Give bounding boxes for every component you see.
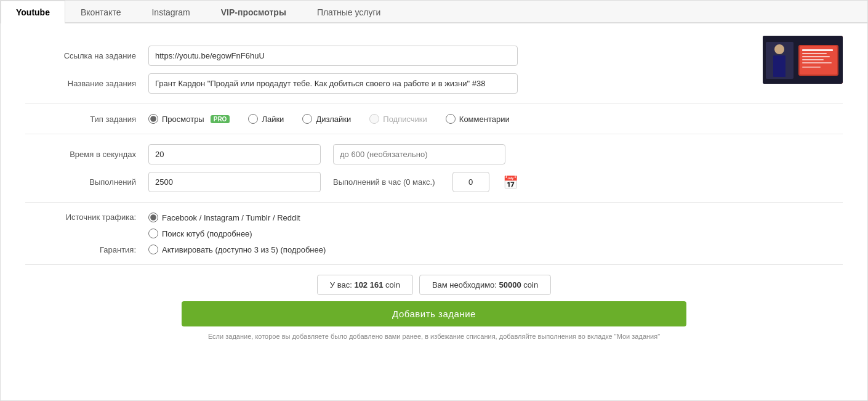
- main-container: Youtube Вконтакте Instagram VIP-просмотр…: [0, 0, 868, 401]
- radio-search-label: Поиск ютуб (подробнее): [162, 229, 252, 238]
- guarantee-row: Гарантия: Активировать (доступно 3 из 5)…: [25, 245, 843, 254]
- svg-rect-6: [802, 49, 833, 51]
- tab-youtube[interactable]: Youtube: [1, 1, 65, 23]
- needed-value: 50000: [499, 280, 521, 290]
- traffic-guarantee-section: Источник трафика: Facebook / Instagram /…: [25, 203, 843, 265]
- radio-dislikes-input[interactable]: [302, 114, 312, 124]
- traffic-row: Источник трафика: Facebook / Instagram /…: [25, 213, 843, 238]
- radio-subscribers-label: Подписчики: [383, 115, 427, 124]
- radio-social[interactable]: Facebook / Instagram / Tumblr / Reddit: [148, 213, 300, 222]
- executions-per-hour-label: Выполнений в час (0 макс.): [333, 177, 435, 187]
- task-type-options: Просмотры PRO Лайки Дизлайки Подписчики: [148, 114, 510, 124]
- radio-subscribers-input: [369, 114, 379, 124]
- radio-guarantee-label: Активировать (доступно 3 из 5) (подробне…: [162, 245, 326, 254]
- tabs-bar: Youtube Вконтакте Instagram VIP-просмотр…: [1, 1, 867, 23]
- bottom-section: У вас: 102 161 coin Вам необходимо: 5000…: [25, 265, 843, 345]
- svg-point-2: [774, 44, 784, 54]
- svg-rect-8: [802, 56, 830, 57]
- calendar-icon[interactable]: 📅: [502, 173, 520, 192]
- task-type-section: Тип задания Просмотры PRO Лайки Дизлайки: [25, 104, 843, 134]
- link-row: Ссылка на задание: [25, 46, 843, 66]
- radio-guarantee[interactable]: Активировать (доступно 3 из 5) (подробне…: [148, 245, 326, 254]
- radio-search-input[interactable]: [148, 229, 158, 238]
- time-input-min[interactable]: [148, 144, 321, 164]
- tab-vkontakte[interactable]: Вконтакте: [65, 1, 137, 23]
- pro-badge: PRO: [211, 115, 230, 123]
- radio-dislikes-label: Дизлайки: [316, 115, 351, 124]
- name-input[interactable]: [148, 73, 518, 94]
- task-type-label: Тип задания: [25, 115, 148, 124]
- svg-rect-9: [802, 59, 824, 60]
- radio-guarantee-input[interactable]: [148, 245, 158, 254]
- radio-comments-label: Комментарии: [459, 115, 510, 124]
- tab-instagram[interactable]: Instagram: [136, 1, 205, 23]
- executions-per-hour-input[interactable]: [452, 172, 489, 192]
- svg-rect-3: [773, 55, 786, 77]
- traffic-label: Источник трафика:: [25, 213, 148, 222]
- radio-search[interactable]: Поиск ютуб (подробнее): [148, 229, 300, 238]
- link-input[interactable]: [148, 46, 518, 66]
- radio-views-input[interactable]: [148, 114, 158, 124]
- time-inputs: [148, 144, 505, 164]
- time-label: Время в секундах: [25, 150, 148, 159]
- radio-dislikes[interactable]: Дизлайки: [302, 114, 351, 124]
- balance-label: У вас:: [330, 280, 352, 290]
- tab-paid[interactable]: Платные услуги: [302, 1, 396, 23]
- balance-value: 102 161: [354, 280, 383, 290]
- coin-row: У вас: 102 161 coin Вам необходимо: 5000…: [317, 275, 551, 295]
- svg-rect-10: [802, 62, 832, 63]
- executions-label: Выполнений: [25, 177, 148, 187]
- needed-unit: coin: [523, 280, 538, 290]
- content-area: Ссылка на задание Название задания Тип з…: [1, 23, 867, 357]
- name-row: Название задания: [25, 73, 843, 94]
- time-input-max[interactable]: [333, 144, 505, 164]
- balance-unit: coin: [385, 280, 400, 290]
- executions-input[interactable]: [148, 172, 321, 192]
- radio-likes-label: Лайки: [262, 115, 284, 124]
- guarantee-label: Гарантия:: [25, 245, 148, 254]
- radio-comments[interactable]: Комментарии: [446, 114, 510, 124]
- link-section: Ссылка на задание Название задания: [25, 36, 843, 104]
- time-exec-section: Время в секундах Выполнений Выполнений в…: [25, 134, 843, 203]
- traffic-options: Facebook / Instagram / Tumblr / Reddit П…: [148, 213, 300, 238]
- executions-row: Выполнений Выполнений в час (0 макс.) 📅: [25, 172, 843, 192]
- needed-label: Вам необходимо:: [432, 280, 497, 290]
- video-thumbnail: [763, 36, 843, 84]
- radio-views[interactable]: Просмотры PRO: [148, 114, 230, 124]
- thumbnail-image: [763, 36, 843, 84]
- footer-note: Если задание, которое вы добавляете было…: [208, 333, 660, 340]
- tab-vip[interactable]: VIP-просмотры: [206, 1, 302, 23]
- radio-views-label: Просмотры: [162, 115, 204, 124]
- add-task-button[interactable]: Добавить задание: [182, 301, 686, 326]
- needed-box: Вам необходимо: 50000 coin: [419, 275, 551, 295]
- radio-subscribers: Подписчики: [369, 114, 427, 124]
- link-label: Ссылка на задание: [25, 51, 148, 60]
- radio-social-input[interactable]: [148, 213, 158, 222]
- radio-likes[interactable]: Лайки: [248, 114, 284, 124]
- executions-inputs: Выполнений в час (0 макс.) 📅: [148, 172, 520, 192]
- svg-rect-11: [802, 67, 821, 68]
- name-label: Название задания: [25, 79, 148, 88]
- svg-rect-7: [802, 53, 827, 54]
- time-row: Время в секундах: [25, 144, 843, 164]
- radio-likes-input[interactable]: [248, 114, 258, 124]
- radio-comments-input[interactable]: [446, 114, 456, 124]
- task-type-row: Тип задания Просмотры PRO Лайки Дизлайки: [25, 114, 843, 124]
- radio-social-label: Facebook / Instagram / Tumblr / Reddit: [162, 213, 300, 222]
- balance-box: У вас: 102 161 coin: [317, 275, 413, 295]
